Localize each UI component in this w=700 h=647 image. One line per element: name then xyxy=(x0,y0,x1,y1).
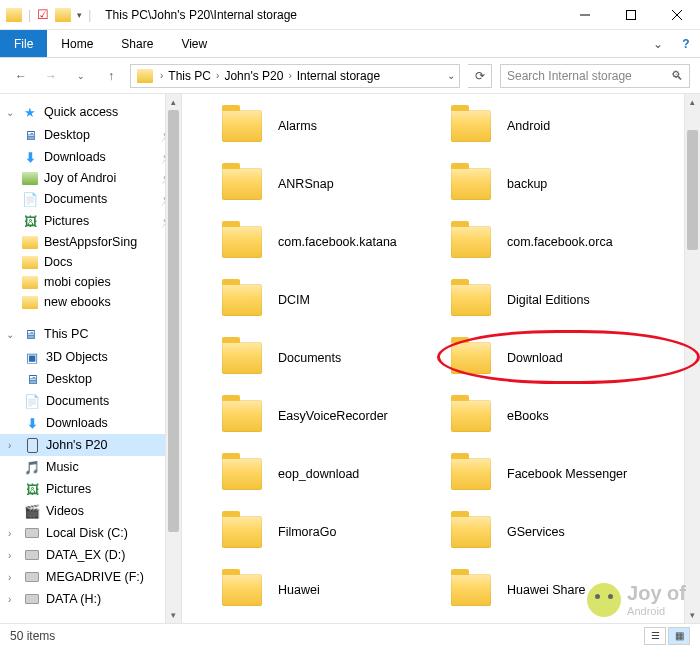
chevron-right-icon[interactable]: › xyxy=(157,70,166,81)
address-dropdown-icon[interactable]: ⌄ xyxy=(447,70,455,81)
tab-home[interactable]: Home xyxy=(47,30,107,57)
breadcrumb[interactable]: Internal storage xyxy=(295,69,382,83)
folder-item[interactable]: Huawei xyxy=(222,574,441,606)
tab-file[interactable]: File xyxy=(0,30,47,57)
folder-item[interactable]: Download xyxy=(451,342,670,374)
details-view-button[interactable]: ☰ xyxy=(644,627,666,645)
sidebar-item-label: Docs xyxy=(44,255,72,269)
chevron-down-icon[interactable]: ⌄ xyxy=(6,329,16,340)
tab-share[interactable]: Share xyxy=(107,30,167,57)
minimize-button[interactable] xyxy=(562,0,608,30)
folder-icon xyxy=(451,400,491,432)
folder-item[interactable]: FilmoraGo xyxy=(222,516,441,548)
chevron-right-icon[interactable]: › xyxy=(8,594,18,605)
sidebar-item[interactable]: ›⬇Downloads xyxy=(0,412,181,434)
breadcrumb[interactable]: This PC xyxy=(166,69,213,83)
folder-item[interactable]: Documents xyxy=(222,342,441,374)
address-bar[interactable]: › This PC › John's P20 › Internal storag… xyxy=(130,64,460,88)
sidebar-item[interactable]: ›📄Documents xyxy=(0,390,181,412)
qat-dropdown-icon[interactable]: ▾ xyxy=(77,10,82,20)
recent-locations-icon[interactable]: ⌄ xyxy=(70,65,92,87)
sidebar-item-label: Documents xyxy=(46,394,109,408)
folder-item[interactable]: EasyVoiceRecorder xyxy=(222,400,441,432)
sidebar-scrollbar[interactable]: ▴ ▾ xyxy=(165,94,181,623)
chevron-down-icon[interactable]: ⌄ xyxy=(6,107,16,118)
folder-item[interactable]: com.facebook.orca xyxy=(451,226,670,258)
sidebar-item[interactable]: BestAppsforSing xyxy=(0,232,181,252)
sidebar-item[interactable]: ›🖼Pictures xyxy=(0,478,181,500)
help-icon[interactable]: ? xyxy=(672,30,700,57)
folder-label: backup xyxy=(507,177,547,191)
breadcrumb[interactable]: John's P20 xyxy=(222,69,285,83)
folder-item[interactable]: Facebook Messenger xyxy=(451,458,670,490)
sidebar-item[interactable]: ›🖥Desktop xyxy=(0,368,181,390)
chevron-right-icon[interactable]: › xyxy=(8,440,18,451)
scroll-down-icon[interactable]: ▾ xyxy=(685,607,700,623)
sidebar-group-label: This PC xyxy=(44,327,88,341)
folder-item[interactable]: Alarms xyxy=(222,110,441,142)
sidebar-item[interactable]: ›DATA (H:) xyxy=(0,588,181,610)
folder-item[interactable]: ANRSnap xyxy=(222,168,441,200)
icons-view-button[interactable]: ▦ xyxy=(668,627,690,645)
search-input[interactable]: Search Internal storage 🔍︎ xyxy=(500,64,690,88)
folder-item[interactable]: com.facebook.katana xyxy=(222,226,441,258)
scrollbar-thumb[interactable] xyxy=(687,130,698,250)
sidebar-item-label: Desktop xyxy=(46,372,92,386)
close-button[interactable] xyxy=(654,0,700,30)
folder-label: com.facebook.katana xyxy=(278,235,397,249)
folder-item[interactable]: GServices xyxy=(451,516,670,548)
sidebar-item[interactable]: ›Local Disk (C:) xyxy=(0,522,181,544)
sidebar-item[interactable]: Joy of Androi📌 xyxy=(0,168,181,188)
folder-item[interactable]: backup xyxy=(451,168,670,200)
ribbon-expand-icon[interactable]: ⌄ xyxy=(644,30,672,57)
scroll-up-icon[interactable]: ▴ xyxy=(166,94,181,110)
sidebar-item[interactable]: ›🎵Music xyxy=(0,456,181,478)
sidebar-item[interactable]: 🖥Desktop📌 xyxy=(0,124,181,146)
sidebar-item-label: BestAppsforSing xyxy=(44,235,137,249)
folder-icon xyxy=(55,8,71,22)
folder-icon xyxy=(6,8,22,22)
scroll-down-icon[interactable]: ▾ xyxy=(166,607,181,623)
up-button[interactable]: ↑ xyxy=(100,65,122,87)
sidebar-item-label: DATA_EX (D:) xyxy=(46,548,125,562)
sidebar-item[interactable]: Docs xyxy=(0,252,181,272)
folder-icon xyxy=(451,516,491,548)
sidebar-item[interactable]: ›MEGADRIVE (F:) xyxy=(0,566,181,588)
chevron-right-icon[interactable]: › xyxy=(8,550,18,561)
sidebar-item[interactable]: mobi copies xyxy=(0,272,181,292)
scroll-up-icon[interactable]: ▴ xyxy=(685,94,700,110)
folder-item[interactable]: eBooks xyxy=(451,400,670,432)
sidebar-item[interactable]: 📄Documents📌 xyxy=(0,188,181,210)
sidebar-group-this-pc[interactable]: ⌄ 🖥 This PC xyxy=(0,322,181,346)
sidebar-item[interactable]: 🖼Pictures📌 xyxy=(0,210,181,232)
forward-button[interactable]: → xyxy=(40,65,62,87)
chevron-right-icon[interactable]: › xyxy=(8,572,18,583)
tab-view[interactable]: View xyxy=(167,30,221,57)
sidebar-item[interactable]: ›🎬Videos xyxy=(0,500,181,522)
sidebar-item[interactable]: ⬇Downloads📌 xyxy=(0,146,181,168)
checkbox-icon[interactable]: ☑ xyxy=(37,7,49,22)
refresh-button[interactable]: ⟳ xyxy=(468,64,492,88)
maximize-button[interactable] xyxy=(608,0,654,30)
back-button[interactable]: ← xyxy=(10,65,32,87)
chevron-right-icon[interactable]: › xyxy=(213,70,222,81)
sidebar-item[interactable]: ›▣3D Objects xyxy=(0,346,181,368)
folder-icon xyxy=(451,168,491,200)
disk-icon xyxy=(24,591,40,607)
sidebar-item[interactable]: new ebooks xyxy=(0,292,181,312)
folder-icon xyxy=(451,342,491,374)
scrollbar-thumb[interactable] xyxy=(168,110,179,532)
content-scrollbar[interactable]: ▴ ▾ xyxy=(684,94,700,623)
folder-item[interactable]: Digital Editions xyxy=(451,284,670,316)
sidebar-item-label: Videos xyxy=(46,504,84,518)
folder-item[interactable]: Huawei Share xyxy=(451,574,670,606)
chevron-right-icon[interactable]: › xyxy=(8,528,18,539)
folder-icon xyxy=(22,276,38,289)
sidebar-item[interactable]: ›John's P20 xyxy=(0,434,181,456)
sidebar-group-quick-access[interactable]: ⌄ ★ Quick access xyxy=(0,100,181,124)
chevron-right-icon[interactable]: › xyxy=(285,70,294,81)
folder-item[interactable]: eop_download xyxy=(222,458,441,490)
folder-item[interactable]: DCIM xyxy=(222,284,441,316)
sidebar-item[interactable]: ›DATA_EX (D:) xyxy=(0,544,181,566)
folder-item[interactable]: Android xyxy=(451,110,670,142)
